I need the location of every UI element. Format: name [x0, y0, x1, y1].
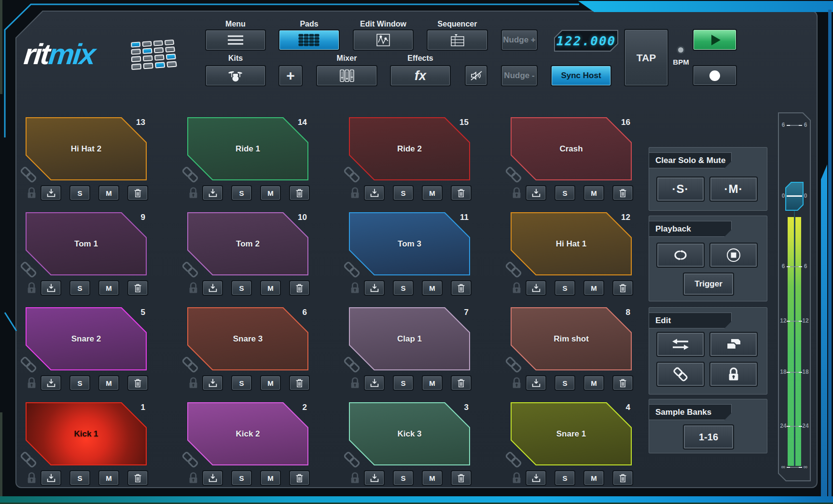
chain-link-icon[interactable] — [181, 450, 199, 469]
mute-button[interactable]: M — [584, 281, 603, 295]
tap-tempo-button[interactable]: TAP — [625, 30, 667, 85]
chain-link-icon[interactable] — [181, 165, 199, 184]
delete-sample-button[interactable] — [452, 186, 471, 200]
mute-button[interactable]: M — [261, 471, 280, 485]
drum-pad[interactable]: Crash — [511, 117, 632, 180]
mute-button[interactable]: M — [584, 376, 603, 390]
delete-sample-button[interactable] — [613, 186, 632, 200]
mute-button[interactable]: M — [423, 471, 442, 485]
mute-button[interactable]: M — [261, 186, 280, 200]
solo-button[interactable]: S — [555, 186, 574, 200]
chain-link-icon[interactable] — [504, 260, 523, 279]
chain-link-icon[interactable] — [343, 165, 361, 184]
copy-pad-button[interactable] — [710, 333, 757, 356]
solo-button[interactable]: S — [70, 471, 89, 485]
load-sample-button[interactable] — [365, 281, 384, 295]
play-button[interactable] — [694, 30, 736, 50]
load-sample-button[interactable] — [527, 471, 545, 485]
mute-button[interactable]: M — [423, 376, 442, 390]
delete-sample-button[interactable] — [128, 376, 147, 390]
sync-host-button[interactable]: Sync Host — [552, 66, 611, 85]
mute-button[interactable]: M — [261, 376, 280, 390]
load-sample-button[interactable] — [42, 186, 60, 200]
delete-sample-button[interactable] — [128, 186, 147, 200]
delete-sample-button[interactable] — [290, 471, 309, 485]
nudge-plus-button[interactable]: Nudge + — [502, 30, 537, 50]
chain-link-icon[interactable] — [19, 450, 38, 469]
load-sample-button[interactable] — [527, 376, 545, 390]
delete-sample-button[interactable] — [452, 471, 471, 485]
stop-button[interactable] — [710, 244, 757, 267]
add-kit-button[interactable]: + — [279, 66, 302, 85]
solo-button[interactable]: S — [394, 281, 413, 295]
solo-button[interactable]: S — [232, 281, 251, 295]
drum-pad[interactable]: Tom 3 — [349, 212, 470, 275]
effects-button[interactable]: fx — [391, 66, 450, 85]
drum-pad[interactable]: Snare 2 — [26, 307, 147, 370]
solo-button[interactable]: S — [394, 471, 413, 485]
load-sample-button[interactable] — [365, 376, 384, 390]
drum-pad[interactable]: Tom 2 — [187, 212, 308, 275]
solo-button[interactable]: S — [555, 376, 574, 390]
solo-button[interactable]: S — [555, 471, 574, 485]
chain-link-icon[interactable] — [343, 355, 361, 374]
swap-pads-button[interactable] — [657, 333, 704, 356]
pads-button[interactable] — [279, 30, 339, 50]
mixer-button[interactable] — [317, 66, 376, 85]
solo-button[interactable]: S — [70, 186, 89, 200]
load-sample-button[interactable] — [42, 281, 60, 295]
delete-sample-button[interactable] — [290, 186, 309, 200]
drum-pad[interactable]: Snare 3 — [187, 307, 308, 370]
delete-sample-button[interactable] — [452, 376, 471, 390]
drum-pad[interactable]: Kick 2 — [187, 402, 308, 465]
mute-button[interactable]: M — [99, 281, 118, 295]
load-sample-button[interactable] — [365, 186, 384, 200]
solo-button[interactable]: S — [232, 186, 251, 200]
clear-solo-button[interactable]: ·S· — [657, 177, 704, 201]
drum-pad[interactable]: Rim shot — [511, 307, 632, 370]
mute-button[interactable]: M — [584, 186, 603, 200]
nudge-minus-button[interactable]: Nudge - — [502, 66, 537, 85]
delete-sample-button[interactable] — [613, 376, 632, 390]
delete-sample-button[interactable] — [290, 376, 309, 390]
chain-link-icon[interactable] — [343, 260, 361, 279]
drum-pad[interactable]: Ride 2 — [349, 117, 470, 180]
link-pads-button[interactable] — [657, 363, 704, 386]
edit-window-button[interactable] — [354, 30, 413, 50]
chain-link-icon[interactable] — [181, 260, 199, 279]
clear-mute-button[interactable]: ·M· — [710, 177, 757, 201]
chain-link-icon[interactable] — [343, 450, 361, 469]
delete-sample-button[interactable] — [128, 281, 147, 295]
load-sample-button[interactable] — [203, 186, 222, 200]
mute-button[interactable]: M — [584, 471, 603, 485]
solo-button[interactable]: S — [232, 376, 251, 390]
solo-button[interactable]: S — [232, 471, 251, 485]
delete-sample-button[interactable] — [290, 281, 309, 295]
lock-pad-button[interactable] — [710, 363, 757, 386]
chain-link-icon[interactable] — [504, 165, 523, 184]
solo-button[interactable]: S — [394, 186, 413, 200]
load-sample-button[interactable] — [203, 376, 222, 390]
kits-button[interactable] — [206, 66, 265, 85]
drum-pad[interactable]: Kick 3 — [349, 402, 470, 465]
chain-link-icon[interactable] — [19, 355, 38, 374]
chain-link-icon[interactable] — [19, 260, 38, 279]
solo-button[interactable]: S — [555, 281, 574, 295]
mute-button[interactable]: M — [423, 186, 442, 200]
record-button[interactable] — [694, 66, 736, 85]
bpm-display[interactable]: 122.000 — [555, 31, 617, 51]
chain-link-icon[interactable] — [504, 355, 523, 374]
drum-pad[interactable]: Clap 1 — [349, 307, 470, 370]
mute-button[interactable]: M — [99, 471, 118, 485]
load-sample-button[interactable] — [365, 471, 384, 485]
delete-sample-button[interactable] — [613, 471, 632, 485]
bank-1-16-button[interactable]: 1-16 — [684, 425, 733, 449]
trigger-button[interactable]: Trigger — [684, 273, 733, 295]
mute-button[interactable]: M — [261, 281, 280, 295]
solo-button[interactable]: S — [70, 376, 89, 390]
mute-button[interactable]: M — [423, 281, 442, 295]
metronome-mute-button[interactable] — [466, 66, 486, 85]
mute-button[interactable]: M — [99, 376, 118, 390]
drum-pad[interactable]: Hi Hat 2 — [26, 117, 147, 180]
solo-button[interactable]: S — [70, 281, 89, 295]
